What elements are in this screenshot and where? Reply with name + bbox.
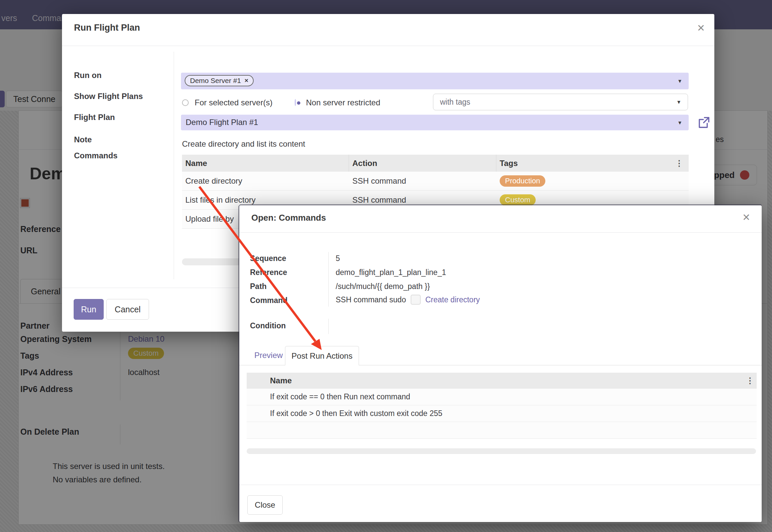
open-commands-dialog: Open: Commands ✕ Sequence Reference Path… <box>239 205 762 522</box>
row-name: If exit code == 0 then Run next command <box>267 392 743 401</box>
chevron-down-icon: ▾ <box>677 98 680 106</box>
table-row[interactable]: If exit code > 0 then Exit with custom e… <box>247 405 757 422</box>
table-row[interactable]: If exit code == 0 then Run next command <box>247 389 757 405</box>
row-name: If exit code > 0 then Exit with custom e… <box>267 409 743 418</box>
show-flight-plans-label: Show Flight Plans <box>74 92 143 101</box>
radio-non-server-restricted[interactable] <box>295 99 296 106</box>
dialog-title: Open: Commands <box>251 213 326 223</box>
label-column-divider <box>328 252 329 307</box>
cancel-button[interactable]: Cancel <box>106 299 149 320</box>
run-button[interactable]: Run <box>74 299 104 320</box>
flight-plan-value: Demo Flight Plan #1 <box>186 118 258 127</box>
condition-column-divider <box>328 319 329 334</box>
column-options-icon[interactable]: ⋮ <box>743 376 757 385</box>
with-tags-placeholder: with tags <box>440 98 470 107</box>
run-button-label: Run <box>81 305 96 314</box>
tab-preview[interactable]: Preview <box>254 351 283 360</box>
column-header-name[interactable]: Name <box>182 155 349 172</box>
radio-for-selected-servers-label[interactable]: For selected server(s) <box>195 98 272 107</box>
commands-table-header: Name Action Tags ⋮ <box>182 155 689 172</box>
table-row[interactable] <box>247 422 757 439</box>
column-options-icon[interactable]: ⋮ <box>670 159 689 168</box>
run-on-select[interactable]: Demo Server #1 ✕ ▾ <box>181 73 689 89</box>
command-label: Command <box>250 296 287 305</box>
commands-label: Commands <box>74 151 118 160</box>
close-icon[interactable]: ✕ <box>697 23 705 33</box>
path-value: /such/much/{{ demo_path }} <box>336 282 430 291</box>
server-chip-label: Demo Server #1 <box>190 77 241 85</box>
column-header-action[interactable]: Action <box>349 155 496 172</box>
cancel-button-label: Cancel <box>115 305 141 314</box>
reference-value: demo_flight_plan_1_plan_line_1 <box>336 268 446 277</box>
sudo-checkbox[interactable] <box>411 295 421 305</box>
run-on-label: Run on <box>74 71 102 80</box>
server-chip: Demo Server #1 ✕ <box>185 75 254 86</box>
tab-post-run-actions[interactable]: Post Run Actions <box>285 346 359 365</box>
command-value: SSH command sudo <box>336 295 406 304</box>
tab-baseline-left <box>239 365 285 365</box>
column-header-tags[interactable]: Tags <box>496 155 670 172</box>
tab-baseline-right <box>359 365 762 365</box>
close-icon[interactable]: ✕ <box>742 213 750 222</box>
row-name: Create directory <box>182 176 349 186</box>
path-label: Path <box>250 282 267 291</box>
close-button[interactable]: Close <box>247 495 283 515</box>
radio-non-server-restricted-label[interactable]: Non server restricted <box>306 98 380 107</box>
sequence-label: Sequence <box>250 254 286 263</box>
footer-divider <box>239 485 762 485</box>
header-divider <box>62 46 714 46</box>
reference-label: Reference <box>250 268 287 277</box>
screen: vers Commands Files Tools Settings Test … <box>0 0 772 532</box>
column-header-name[interactable]: Name <box>267 376 743 385</box>
row-action: SSH command <box>349 176 496 186</box>
actions-table-header: Name ⋮ <box>247 373 757 389</box>
condition-label: Condition <box>250 321 286 330</box>
chip-remove-icon[interactable]: ✕ <box>244 78 249 84</box>
chevron-down-icon: ▾ <box>678 77 681 85</box>
dialog-title: Run Flight Plan <box>74 23 140 33</box>
radio-for-selected-servers[interactable] <box>182 99 189 106</box>
tag-production-pill: Production <box>500 175 545 187</box>
flight-plan-note: Create directory and list its content <box>182 139 305 149</box>
sequence-value: 5 <box>336 254 340 263</box>
table-row[interactable]: Create directory SSH command Production <box>182 172 689 191</box>
flight-plan-select[interactable]: Demo Flight Plan #1 ▾ <box>181 115 689 130</box>
note-label: Note <box>74 135 92 144</box>
external-link-icon[interactable] <box>697 116 710 129</box>
label-column-divider <box>174 52 174 279</box>
flight-plan-label: Flight Plan <box>74 113 115 122</box>
chevron-down-icon: ▾ <box>678 119 681 126</box>
header-divider <box>239 232 762 233</box>
row-name: List files in directory <box>182 195 349 205</box>
command-link[interactable]: Create directory <box>425 295 480 304</box>
with-tags-select[interactable]: with tags ▾ <box>433 94 688 110</box>
tag-custom-pill: Custom <box>500 194 536 206</box>
tab-post-run-actions-label: Post Run Actions <box>292 351 353 361</box>
close-button-label: Close <box>255 500 275 510</box>
table-horizontal-scrollbar[interactable] <box>247 448 756 454</box>
row-action: SSH command <box>349 195 496 205</box>
